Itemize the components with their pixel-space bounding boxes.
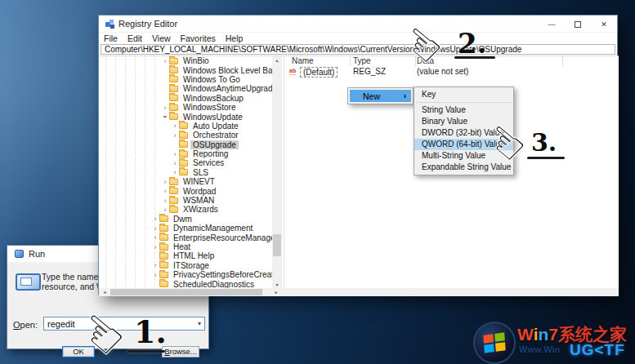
run-dialog-icon	[15, 250, 24, 258]
chevron-icon[interactable]: ›	[171, 122, 179, 130]
tree-item-winevt[interactable]: ›WINEVT	[99, 177, 272, 186]
tree-item-auto-update[interactable]: ›Auto Update	[99, 122, 272, 131]
chevron-icon[interactable]: ›	[161, 178, 169, 186]
tree-item-services[interactable]: ›Services	[99, 158, 272, 167]
chevron-icon[interactable]: ›	[171, 131, 179, 140]
column-header-name[interactable]: Name	[292, 56, 314, 65]
tree-item-windows-to-go[interactable]: Windows To Go	[99, 75, 272, 84]
tree-item-label: Dwm	[171, 215, 195, 224]
tree-item-dwm[interactable]: ›Dwm	[99, 215, 272, 224]
tree-item-reporting[interactable]: ›Reporting	[99, 149, 272, 158]
registry-value-row[interactable]: ab (Default) REG_SZ (value not set)	[284, 67, 619, 78]
tree-item-windowsbackup[interactable]: WindowsBackup	[99, 94, 272, 103]
tree-item-label: WindowsUpdate	[181, 113, 245, 122]
column-header-type[interactable]: Type	[353, 56, 371, 65]
folder-icon	[179, 122, 188, 129]
regedit-app-icon	[105, 20, 114, 29]
scroll-up-icon[interactable]: ▴	[272, 56, 282, 64]
scroll-down-icon[interactable]: ▾	[272, 281, 282, 288]
menubar-item-favorites[interactable]: Favorites	[176, 33, 221, 43]
browse-button[interactable]: Browse...	[162, 346, 199, 357]
tree-item-label: Orchestrator	[190, 131, 241, 140]
column-separator[interactable]	[350, 56, 351, 66]
tree-item-windowsstore[interactable]: ›WindowsStore	[99, 103, 272, 112]
menu-item-new[interactable]: New ›	[350, 90, 411, 102]
menubar-item-view[interactable]: View	[147, 33, 176, 43]
folder-icon	[159, 215, 168, 222]
close-button[interactable]: ✕	[591, 16, 617, 33]
address-input[interactable]: Computer\HKEY_LOCAL_MACHINE\SOFTWARE\Mic…	[101, 44, 615, 55]
folder-icon	[159, 281, 168, 287]
folder-icon	[179, 160, 188, 166]
chevron-icon[interactable]: ›	[161, 197, 169, 205]
folder-icon	[169, 58, 178, 64]
menubar-item-help[interactable]: Help	[221, 33, 248, 43]
tree-item-privacysettingsbeforecreatorsupdate[interactable]: ›PrivacySettingsBeforeCreatorsUpdate	[99, 270, 272, 279]
tree-item-label: Wordpad	[181, 187, 218, 196]
folder-icon	[159, 244, 168, 251]
folder-icon	[159, 253, 168, 260]
tree-item-label: EnterpriseResourceManager	[171, 233, 272, 242]
column-separator[interactable]	[562, 56, 563, 66]
chevron-icon[interactable]: ›	[151, 261, 159, 269]
tree-item-windows-block-level-backup[interactable]: Windows Block Level Backup	[99, 65, 272, 74]
minimize-button[interactable]: —	[539, 16, 565, 33]
tree-item-windowsupdate[interactable]: ›WindowsUpdate	[99, 112, 272, 121]
chevron-icon[interactable]: ›	[151, 224, 159, 233]
tree-item-label: ITStorage	[171, 261, 212, 270]
tree-horizontal-scrollbar-track: ◂ ▸	[99, 288, 619, 296]
menu-item-string-value[interactable]: String Value	[414, 104, 513, 116]
tree-item-osupgrade[interactable]: OSUpgrade	[99, 140, 272, 149]
scrollbar-thumb[interactable]	[110, 289, 262, 295]
chevron-icon[interactable]: ›	[161, 57, 169, 65]
chevron-icon[interactable]: ›	[171, 168, 179, 176]
chevron-icon[interactable]: ›	[161, 113, 169, 121]
tree-item-xwizards[interactable]: ›XWizards	[99, 205, 272, 214]
tree-item-wordpad[interactable]: ›Wordpad	[99, 186, 272, 195]
chevron-icon[interactable]: ›	[161, 206, 169, 214]
chevron-icon[interactable]: ›	[151, 243, 159, 251]
scroll-right-icon[interactable]: ▸	[272, 288, 280, 296]
chevron-icon[interactable]: ›	[171, 150, 179, 158]
folder-icon	[169, 104, 178, 111]
tree-horizontal-scrollbar[interactable]: ◂ ▸	[99, 288, 282, 296]
maximize-button[interactable]	[565, 16, 591, 33]
step-number-2: 2.	[458, 29, 487, 57]
scrollbar-thumb[interactable]	[273, 234, 281, 256]
combobox-dropdown-icon[interactable]: ▾	[198, 320, 204, 327]
tree-item-windowsanytimeupgrade[interactable]: WindowsAnytimeUpgrade	[99, 84, 272, 93]
tree-item-sls[interactable]: ›SLS	[99, 168, 272, 177]
tree-item-label: Services	[190, 158, 226, 167]
menubar-item-edit[interactable]: Edit	[123, 33, 147, 43]
scroll-left-icon[interactable]: ◂	[101, 288, 109, 296]
tree-item-label: Windows Block Level Backup	[181, 66, 272, 75]
tree-item-label: Heat	[171, 242, 193, 251]
tree-item-enterpriseresourcemanager[interactable]: ›EnterpriseResourceManager	[99, 233, 272, 242]
tree-item-winbio[interactable]: ›WinBio	[99, 56, 272, 65]
chevron-icon[interactable]: ›	[161, 104, 169, 112]
menu-item-key[interactable]: Key	[414, 89, 513, 100]
tree-item-orchestrator[interactable]: ›Orchestrator	[99, 131, 272, 140]
value-name[interactable]: (Default)	[300, 67, 338, 78]
tree-vertical-scrollbar[interactable]: ▴ ▾	[272, 56, 282, 288]
column-headers: NameTypeData	[284, 56, 619, 66]
tree-item-scheduleddiagnostics[interactable]: ScheduledDiagnostics	[99, 279, 272, 288]
chevron-icon[interactable]: ›	[171, 159, 179, 167]
tree-item-heat[interactable]: ›Heat	[99, 242, 272, 251]
tree-item-label: WindowsBackup	[181, 94, 246, 103]
step-number-3: 3.	[531, 131, 557, 155]
tree-item-dynamicmanagement[interactable]: ›DynamicManagement	[99, 224, 272, 233]
tree-item-wsman[interactable]: ›WSMAN	[99, 196, 272, 205]
watermark-url: Www.Win	[519, 344, 560, 354]
chevron-icon[interactable]: ›	[161, 187, 169, 195]
chevron-icon[interactable]: ›	[151, 271, 159, 279]
titlebar[interactable]: Registry Editor — ✕	[99, 16, 617, 33]
tree-item-html-help[interactable]: HTML Help	[99, 251, 272, 260]
chevron-icon[interactable]: ›	[151, 233, 159, 242]
reg-sz-icon: ab	[289, 68, 296, 75]
menubar-item-file[interactable]: File	[99, 33, 123, 43]
tree-item-itstorage[interactable]: ›ITStorage	[99, 261, 272, 270]
tree-item-label: WindowsAnytimeUpgrade	[181, 84, 272, 93]
tree-item-label: WINEVT	[181, 177, 217, 186]
chevron-icon[interactable]: ›	[151, 215, 159, 223]
